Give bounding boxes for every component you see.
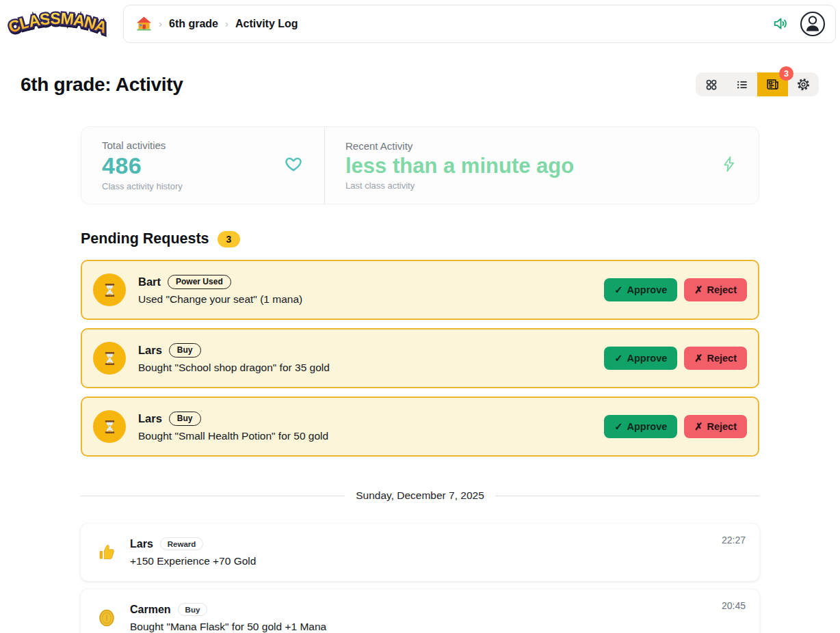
- hourglass-icon: [93, 273, 126, 306]
- breadcrumb-item-activity-log[interactable]: Activity Log: [235, 18, 298, 30]
- cross-icon: ✗: [694, 284, 703, 295]
- log-time: 22:27: [722, 535, 746, 546]
- top-bar: CLASSMANA › 6th grade › Activity Log: [0, 0, 840, 44]
- pending-request-card: Bart Power Used Used "Change your seat" …: [81, 260, 759, 320]
- check-icon: ✓: [614, 353, 622, 364]
- newspaper-icon: [765, 77, 780, 92]
- stat-sublabel: Class activity history: [102, 181, 183, 191]
- breadcrumb-separator: ›: [159, 18, 162, 29]
- request-description: Used "Change your seat" (1 mana): [138, 293, 592, 306]
- log-student-name: Lars: [130, 538, 153, 550]
- pending-requests-header: Pending Requests 3: [81, 230, 759, 247]
- stat-value: less than a minute ago: [345, 154, 574, 178]
- classmana-logo[interactable]: CLASSMANA: [5, 4, 109, 44]
- stat-value: 486: [102, 153, 183, 178]
- hourglass-icon: [93, 410, 126, 443]
- title-row: 6th grade: Activity 3: [0, 72, 840, 96]
- svg-text:CLASSMANA: CLASSMANA: [6, 9, 109, 36]
- pending-requests-section: Pending Requests 3 Bart Power Used Use: [81, 230, 759, 457]
- stat-total-activities: Total activities 486 Class activity hist…: [81, 127, 324, 204]
- check-icon: ✓: [614, 421, 622, 432]
- date-divider: Sunday, December 7, 2025: [81, 489, 759, 502]
- profile-avatar[interactable]: [800, 11, 826, 37]
- list-icon: [735, 78, 749, 92]
- pending-count-badge: 3: [218, 231, 241, 247]
- reject-button[interactable]: ✗ Reject: [684, 278, 747, 301]
- content: Total activities 486 Class activity hist…: [81, 126, 759, 633]
- stat-recent-activity: Recent Activity less than a minute ago L…: [325, 127, 759, 204]
- pending-request-card: Lars Buy Bought "Small Health Potion" fo…: [81, 396, 759, 457]
- home-icon[interactable]: [136, 16, 152, 31]
- grid-icon: [705, 78, 718, 92]
- list-view-button[interactable]: [726, 72, 757, 96]
- date-header: Sunday, December 7, 2025: [356, 489, 484, 502]
- stat-label: Recent Activity: [345, 140, 574, 152]
- header-bar: › 6th grade › Activity Log: [123, 5, 836, 43]
- heart-icon: [283, 154, 304, 176]
- sound-icon[interactable]: [772, 15, 790, 32]
- grid-view-button[interactable]: [696, 72, 726, 96]
- log-description: +150 Experience +70 Gold: [130, 555, 746, 567]
- activity-log-entry: Carmen Buy Bought "Mana Flask" for 50 go…: [81, 589, 759, 633]
- breadcrumb: › 6th grade › Activity Log: [136, 16, 298, 31]
- stats-panel: Total activities 486 Class activity hist…: [81, 126, 759, 204]
- cross-icon: ✗: [694, 421, 703, 432]
- log-student-name: Carmen: [130, 604, 171, 616]
- request-student-name: Lars: [138, 412, 162, 425]
- breadcrumb-item-grade[interactable]: 6th grade: [169, 18, 218, 30]
- log-type-tag: Buy: [178, 603, 208, 616]
- request-type-tag: Buy: [169, 343, 201, 358]
- log-type-tag: Reward: [160, 537, 204, 550]
- activity-log-entry: Lars Reward +150 Experience +70 Gold 22:…: [81, 524, 759, 581]
- pending-requests-title: Pending Requests: [81, 230, 209, 247]
- request-description: Bought "Small Health Potion" for 50 gold: [138, 430, 592, 442]
- view-toolbar: 3: [696, 72, 819, 96]
- cross-icon: ✗: [694, 353, 703, 364]
- request-student-name: Bart: [138, 275, 161, 288]
- stat-sublabel: Last class activity: [345, 180, 574, 191]
- reject-button[interactable]: ✗ Reject: [684, 347, 747, 370]
- request-type-tag: Power Used: [168, 275, 231, 289]
- reject-button[interactable]: ✗ Reject: [684, 415, 747, 438]
- request-description: Bought "School shop dragon" for 35 gold: [138, 362, 592, 374]
- gear-icon: [796, 77, 811, 92]
- activity-log-button[interactable]: 3: [757, 72, 788, 96]
- hourglass-icon: [93, 342, 126, 375]
- approve-button[interactable]: ✓ Approve: [604, 278, 677, 301]
- check-icon: ✓: [614, 284, 622, 295]
- approve-button[interactable]: ✓ Approve: [604, 415, 677, 438]
- stat-label: Total activities: [102, 139, 183, 151]
- log-time: 20:45: [722, 600, 746, 611]
- coin-icon: [94, 608, 119, 628]
- breadcrumb-separator: ›: [225, 18, 228, 29]
- pending-request-card: Lars Buy Bought "School shop dragon" for…: [81, 328, 759, 388]
- approve-button[interactable]: ✓ Approve: [604, 347, 677, 370]
- log-description: Bought "Mana Flask" for 50 gold +1 Mana: [130, 621, 746, 633]
- request-type-tag: Buy: [169, 412, 201, 426]
- lightning-icon: [720, 154, 738, 176]
- classmana-logo-art: CLASSMANA: [5, 4, 109, 44]
- thumbs-up-icon: [94, 543, 119, 562]
- page-title: 6th grade: Activity: [21, 74, 183, 96]
- request-student-name: Lars: [138, 344, 162, 357]
- settings-button[interactable]: [788, 72, 819, 96]
- header-actions: [772, 11, 826, 37]
